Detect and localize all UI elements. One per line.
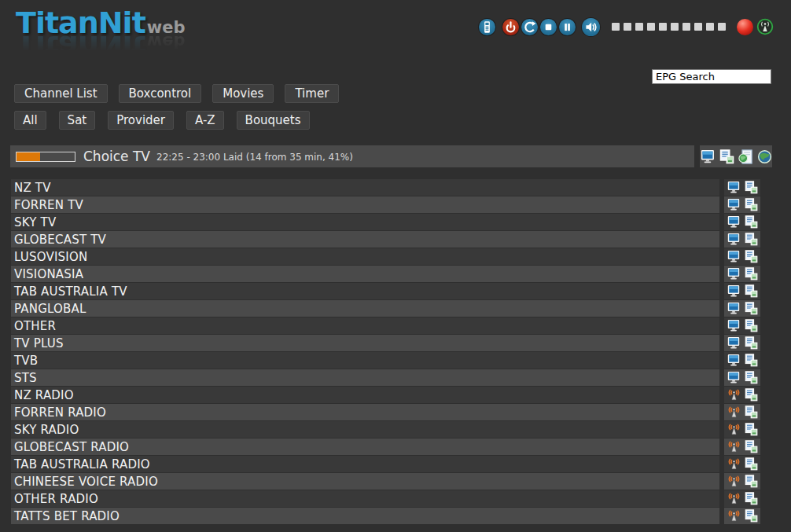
screen-icon[interactable] <box>727 267 741 281</box>
channel-name[interactable]: VISIONASIA <box>11 266 719 282</box>
channel-name[interactable]: FORREN RADIO <box>11 404 719 420</box>
channel-name[interactable]: CHINEESE VOICE RADIO <box>11 473 719 490</box>
filter-az-button[interactable]: A-Z <box>186 111 224 130</box>
channel-row[interactable]: TV PLUS <box>11 335 760 351</box>
channel-row[interactable]: STS <box>11 369 760 386</box>
channel-row[interactable]: CHINEESE VOICE RADIO <box>11 473 760 490</box>
channel-name[interactable]: SKY RADIO <box>11 421 719 438</box>
epg-pages-icon[interactable] <box>745 319 758 332</box>
radio-icon[interactable] <box>727 388 741 402</box>
epg-pages-icon[interactable] <box>745 475 758 488</box>
web-epg-icon[interactable] <box>738 149 753 164</box>
screen-icon[interactable] <box>727 284 741 298</box>
epg-pages-icon[interactable] <box>745 198 758 211</box>
radio-icon[interactable] <box>727 423 741 436</box>
screen-icon[interactable] <box>727 215 741 229</box>
channel-name[interactable]: OTHER RADIO <box>11 490 719 507</box>
screen-icon[interactable] <box>727 198 741 211</box>
channel-name[interactable]: LUSOVISION <box>11 248 719 265</box>
reload-icon[interactable] <box>521 19 538 35</box>
screen-icon[interactable] <box>727 302 741 315</box>
epg-search-input[interactable] <box>652 69 771 84</box>
stop-icon[interactable] <box>540 19 557 35</box>
filter-sat-button[interactable]: Sat <box>59 111 96 130</box>
channel-name[interactable]: TVB <box>11 352 719 369</box>
channel-row[interactable]: TATTS BET RADIO <box>11 508 760 524</box>
screen-icon[interactable] <box>701 149 716 164</box>
channel-row[interactable]: NZ TV <box>11 179 760 196</box>
channel-row[interactable]: FORREN TV <box>11 196 760 213</box>
screen-icon[interactable] <box>727 371 741 384</box>
screen-icon[interactable] <box>727 336 741 350</box>
epg-pages-icon[interactable] <box>745 215 758 229</box>
filter-bouquets-button[interactable]: Bouquets <box>237 111 310 130</box>
channel-name[interactable]: GLOBECAST TV <box>11 231 719 248</box>
channel-name[interactable]: FORREN TV <box>11 196 719 213</box>
screen-icon[interactable] <box>727 250 741 263</box>
channel-name[interactable]: TATTS BET RADIO <box>11 508 719 524</box>
pause-icon[interactable] <box>559 19 576 35</box>
screen-icon[interactable] <box>727 319 741 332</box>
epg-pages-icon[interactable] <box>745 388 758 402</box>
nav-boxcontrol-button[interactable]: Boxcontrol <box>119 84 202 103</box>
epg-pages-icon[interactable] <box>745 405 758 419</box>
globe-icon[interactable] <box>757 149 772 164</box>
channel-name[interactable]: TV PLUS <box>11 335 719 351</box>
channel-row[interactable]: LUSOVISION <box>11 248 760 265</box>
channel-name[interactable]: OTHER <box>11 317 719 334</box>
channel-name[interactable]: GLOBECAST RADIO <box>11 438 719 455</box>
remote-icon[interactable] <box>479 19 495 35</box>
channel-row[interactable]: TAB AUSTRALIA RADIO <box>11 456 760 472</box>
channel-row[interactable]: OTHER RADIO <box>11 490 760 507</box>
screen-icon[interactable] <box>727 181 741 194</box>
epg-pages-icon[interactable] <box>745 423 758 436</box>
epg-pages-icon[interactable] <box>745 302 758 315</box>
radio-icon[interactable] <box>727 475 741 488</box>
channel-row[interactable]: FORREN RADIO <box>11 404 760 420</box>
channel-row[interactable]: NZ RADIO <box>11 387 760 403</box>
filter-provider-button[interactable]: Provider <box>108 111 174 130</box>
speaker-icon[interactable] <box>582 18 600 36</box>
epg-pages-icon[interactable] <box>745 284 758 298</box>
channel-name[interactable]: TAB AUSTRALIA TV <box>11 283 719 299</box>
channel-row[interactable]: PANGLOBAL <box>11 300 760 317</box>
channel-name[interactable]: NZ TV <box>11 179 719 196</box>
nav-channel-list-button[interactable]: Channel List <box>14 84 108 103</box>
epg-pages-icon[interactable] <box>745 354 758 367</box>
channel-name[interactable]: NZ RADIO <box>11 387 719 403</box>
epg-pages-icon[interactable] <box>745 509 758 523</box>
radio-icon[interactable] <box>727 457 741 471</box>
channel-row[interactable]: TVB <box>11 352 760 369</box>
channel-row[interactable]: SKY TV <box>11 214 760 230</box>
nav-movies-button[interactable]: Movies <box>212 84 274 103</box>
epg-pages-icon[interactable] <box>745 267 758 281</box>
channel-row[interactable]: OTHER <box>11 317 760 334</box>
power-icon[interactable] <box>502 19 519 35</box>
epg-pages-icon[interactable] <box>745 371 758 384</box>
epg-pages-icon[interactable] <box>745 440 758 453</box>
channel-name[interactable]: TAB AUSTRALIA RADIO <box>11 456 719 472</box>
channel-row[interactable]: VISIONASIA <box>11 266 760 282</box>
radio-icon[interactable] <box>727 492 741 505</box>
channel-row[interactable]: SKY RADIO <box>11 421 760 438</box>
epg-pages-icon[interactable] <box>745 250 758 263</box>
radio-icon[interactable] <box>727 509 741 523</box>
epg-pages-icon[interactable] <box>745 457 758 471</box>
radio-icon[interactable] <box>727 405 741 419</box>
channel-name[interactable]: SKY TV <box>11 214 719 230</box>
epg-pages-icon[interactable] <box>745 492 758 505</box>
epg-pages-icon[interactable] <box>745 336 758 350</box>
nav-timer-button[interactable]: Timer <box>285 84 339 103</box>
channel-name[interactable]: PANGLOBAL <box>11 300 719 317</box>
channel-row[interactable]: TAB AUSTRALIA TV <box>11 283 760 299</box>
epg-pages-icon[interactable] <box>719 149 734 164</box>
radio-icon[interactable] <box>727 440 741 453</box>
screen-icon[interactable] <box>727 233 741 246</box>
epg-pages-icon[interactable] <box>745 233 758 246</box>
epg-pages-icon[interactable] <box>745 181 758 194</box>
channel-name[interactable]: STS <box>11 369 719 386</box>
channel-row[interactable]: GLOBECAST RADIO <box>11 438 760 455</box>
filter-all-button[interactable]: All <box>14 111 46 130</box>
screen-icon[interactable] <box>727 354 741 367</box>
channel-row[interactable]: GLOBECAST TV <box>11 231 760 248</box>
